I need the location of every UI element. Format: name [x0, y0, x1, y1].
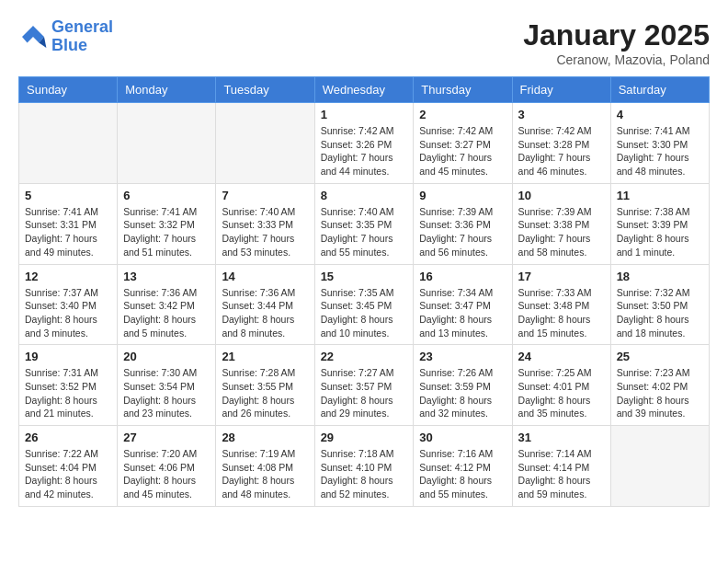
day-info: Sunrise: 7:41 AM Sunset: 3:30 PM Dayligh…: [617, 124, 703, 178]
day-number: 5: [25, 189, 111, 202]
day-number: 6: [123, 189, 210, 202]
day-number: 14: [222, 270, 308, 283]
calendar-cell: 24Sunrise: 7:25 AM Sunset: 4:01 PM Dayli…: [512, 345, 610, 426]
day-info: Sunrise: 7:18 AM Sunset: 4:10 PM Dayligh…: [321, 447, 408, 501]
calendar-week-row: 1Sunrise: 7:42 AM Sunset: 3:26 PM Daylig…: [19, 103, 710, 184]
day-number: 29: [321, 431, 408, 444]
day-number: 18: [617, 270, 703, 283]
calendar-cell: 27Sunrise: 7:20 AM Sunset: 4:06 PM Dayli…: [118, 426, 216, 507]
day-number: 19: [25, 350, 111, 363]
calendar-cell: 26Sunrise: 7:22 AM Sunset: 4:04 PM Dayli…: [19, 426, 118, 507]
calendar-cell: 30Sunrise: 7:16 AM Sunset: 4:12 PM Dayli…: [414, 426, 512, 507]
day-info: Sunrise: 7:39 AM Sunset: 3:38 PM Dayligh…: [518, 205, 605, 259]
calendar-week-row: 12Sunrise: 7:37 AM Sunset: 3:40 PM Dayli…: [19, 264, 710, 345]
day-info: Sunrise: 7:35 AM Sunset: 3:45 PM Dayligh…: [321, 286, 408, 340]
day-info: Sunrise: 7:32 AM Sunset: 3:50 PM Dayligh…: [617, 286, 703, 340]
day-info: Sunrise: 7:36 AM Sunset: 3:42 PM Dayligh…: [123, 286, 210, 340]
logo-icon: [18, 22, 48, 52]
day-number: 31: [518, 431, 605, 444]
day-info: Sunrise: 7:22 AM Sunset: 4:04 PM Dayligh…: [25, 447, 111, 501]
calendar-cell: 2Sunrise: 7:42 AM Sunset: 3:27 PM Daylig…: [414, 103, 512, 184]
day-info: Sunrise: 7:37 AM Sunset: 3:40 PM Dayligh…: [25, 286, 111, 340]
calendar-cell: 11Sunrise: 7:38 AM Sunset: 3:39 PM Dayli…: [610, 183, 709, 264]
day-number: 28: [222, 431, 308, 444]
day-info: Sunrise: 7:42 AM Sunset: 3:26 PM Dayligh…: [321, 124, 408, 178]
calendar-cell: 29Sunrise: 7:18 AM Sunset: 4:10 PM Dayli…: [314, 426, 414, 507]
calendar-cell: 31Sunrise: 7:14 AM Sunset: 4:14 PM Dayli…: [512, 426, 610, 507]
calendar-header-row: SundayMondayTuesdayWednesdayThursdayFrid…: [19, 77, 710, 103]
day-number: 1: [321, 108, 408, 121]
calendar-cell: 6Sunrise: 7:41 AM Sunset: 3:32 PM Daylig…: [118, 183, 216, 264]
day-number: 9: [419, 189, 506, 202]
calendar-week-row: 26Sunrise: 7:22 AM Sunset: 4:04 PM Dayli…: [19, 426, 710, 507]
day-number: 16: [419, 270, 506, 283]
calendar-cell: 28Sunrise: 7:19 AM Sunset: 4:08 PM Dayli…: [216, 426, 314, 507]
calendar-cell: 7Sunrise: 7:40 AM Sunset: 3:33 PM Daylig…: [216, 183, 314, 264]
page-header: General Blue January 2025 Ceranow, Mazov…: [18, 18, 710, 67]
day-number: 12: [25, 270, 111, 283]
calendar-cell: 3Sunrise: 7:42 AM Sunset: 3:28 PM Daylig…: [512, 103, 610, 184]
day-info: Sunrise: 7:34 AM Sunset: 3:47 PM Dayligh…: [419, 286, 506, 340]
calendar-cell: [19, 103, 118, 184]
weekday-header-tuesday: Tuesday: [216, 77, 314, 103]
day-number: 4: [617, 108, 703, 121]
calendar-cell: 9Sunrise: 7:39 AM Sunset: 3:36 PM Daylig…: [414, 183, 512, 264]
calendar-cell: 5Sunrise: 7:41 AM Sunset: 3:31 PM Daylig…: [19, 183, 118, 264]
calendar-cell: 10Sunrise: 7:39 AM Sunset: 3:38 PM Dayli…: [512, 183, 610, 264]
calendar-cell: 1Sunrise: 7:42 AM Sunset: 3:26 PM Daylig…: [314, 103, 414, 184]
day-number: 24: [518, 350, 605, 363]
day-number: 20: [123, 350, 210, 363]
day-info: Sunrise: 7:26 AM Sunset: 3:59 PM Dayligh…: [419, 366, 506, 420]
day-number: 2: [419, 108, 506, 121]
day-number: 23: [419, 350, 506, 363]
day-info: Sunrise: 7:27 AM Sunset: 3:57 PM Dayligh…: [321, 366, 408, 420]
calendar-week-row: 5Sunrise: 7:41 AM Sunset: 3:31 PM Daylig…: [19, 183, 710, 264]
day-number: 10: [518, 189, 605, 202]
logo: General Blue: [18, 18, 113, 55]
calendar-cell: 4Sunrise: 7:41 AM Sunset: 3:30 PM Daylig…: [610, 103, 709, 184]
weekday-header-thursday: Thursday: [414, 77, 512, 103]
day-number: 25: [617, 350, 703, 363]
day-info: Sunrise: 7:41 AM Sunset: 3:32 PM Dayligh…: [123, 205, 210, 259]
calendar-cell: [216, 103, 314, 184]
calendar-cell: 15Sunrise: 7:35 AM Sunset: 3:45 PM Dayli…: [314, 264, 414, 345]
day-info: Sunrise: 7:41 AM Sunset: 3:31 PM Dayligh…: [25, 205, 111, 259]
calendar-cell: 25Sunrise: 7:23 AM Sunset: 4:02 PM Dayli…: [610, 345, 709, 426]
logo-text: General Blue: [51, 18, 113, 55]
day-info: Sunrise: 7:16 AM Sunset: 4:12 PM Dayligh…: [419, 447, 506, 501]
day-number: 15: [321, 270, 408, 283]
day-number: 26: [25, 431, 111, 444]
day-number: 30: [419, 431, 506, 444]
day-info: Sunrise: 7:36 AM Sunset: 3:44 PM Dayligh…: [222, 286, 308, 340]
day-info: Sunrise: 7:14 AM Sunset: 4:14 PM Dayligh…: [518, 447, 605, 501]
calendar-cell: 18Sunrise: 7:32 AM Sunset: 3:50 PM Dayli…: [610, 264, 709, 345]
day-info: Sunrise: 7:30 AM Sunset: 3:54 PM Dayligh…: [123, 366, 210, 420]
calendar-cell: 22Sunrise: 7:27 AM Sunset: 3:57 PM Dayli…: [314, 345, 414, 426]
calendar-cell: 14Sunrise: 7:36 AM Sunset: 3:44 PM Dayli…: [216, 264, 314, 345]
day-info: Sunrise: 7:31 AM Sunset: 3:52 PM Dayligh…: [25, 366, 111, 420]
day-info: Sunrise: 7:38 AM Sunset: 3:39 PM Dayligh…: [617, 205, 703, 259]
day-number: 22: [321, 350, 408, 363]
calendar-cell: 19Sunrise: 7:31 AM Sunset: 3:52 PM Dayli…: [19, 345, 118, 426]
day-number: 27: [123, 431, 210, 444]
day-info: Sunrise: 7:28 AM Sunset: 3:55 PM Dayligh…: [222, 366, 308, 420]
calendar-cell: [610, 426, 709, 507]
day-number: 21: [222, 350, 308, 363]
day-info: Sunrise: 7:23 AM Sunset: 4:02 PM Dayligh…: [617, 366, 703, 420]
calendar-cell: 8Sunrise: 7:40 AM Sunset: 3:35 PM Daylig…: [314, 183, 414, 264]
day-number: 3: [518, 108, 605, 121]
calendar-cell: 20Sunrise: 7:30 AM Sunset: 3:54 PM Dayli…: [118, 345, 216, 426]
day-info: Sunrise: 7:25 AM Sunset: 4:01 PM Dayligh…: [518, 366, 605, 420]
day-info: Sunrise: 7:39 AM Sunset: 3:36 PM Dayligh…: [419, 205, 506, 259]
day-number: 8: [321, 189, 408, 202]
day-info: Sunrise: 7:19 AM Sunset: 4:08 PM Dayligh…: [222, 447, 308, 501]
calendar-cell: 12Sunrise: 7:37 AM Sunset: 3:40 PM Dayli…: [19, 264, 118, 345]
day-info: Sunrise: 7:20 AM Sunset: 4:06 PM Dayligh…: [123, 447, 210, 501]
day-number: 7: [222, 189, 308, 202]
calendar-cell: 17Sunrise: 7:33 AM Sunset: 3:48 PM Dayli…: [512, 264, 610, 345]
weekday-header-wednesday: Wednesday: [314, 77, 414, 103]
weekday-header-saturday: Saturday: [610, 77, 709, 103]
day-number: 17: [518, 270, 605, 283]
calendar-cell: 16Sunrise: 7:34 AM Sunset: 3:47 PM Dayli…: [414, 264, 512, 345]
day-info: Sunrise: 7:42 AM Sunset: 3:27 PM Dayligh…: [419, 124, 506, 178]
